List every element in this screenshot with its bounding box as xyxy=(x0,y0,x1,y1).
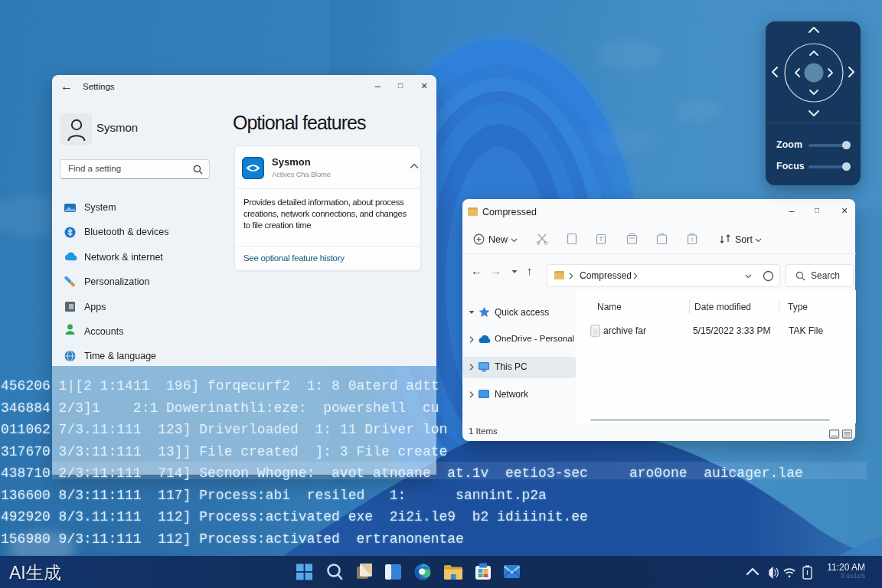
svg-text:!: ! xyxy=(806,569,808,577)
